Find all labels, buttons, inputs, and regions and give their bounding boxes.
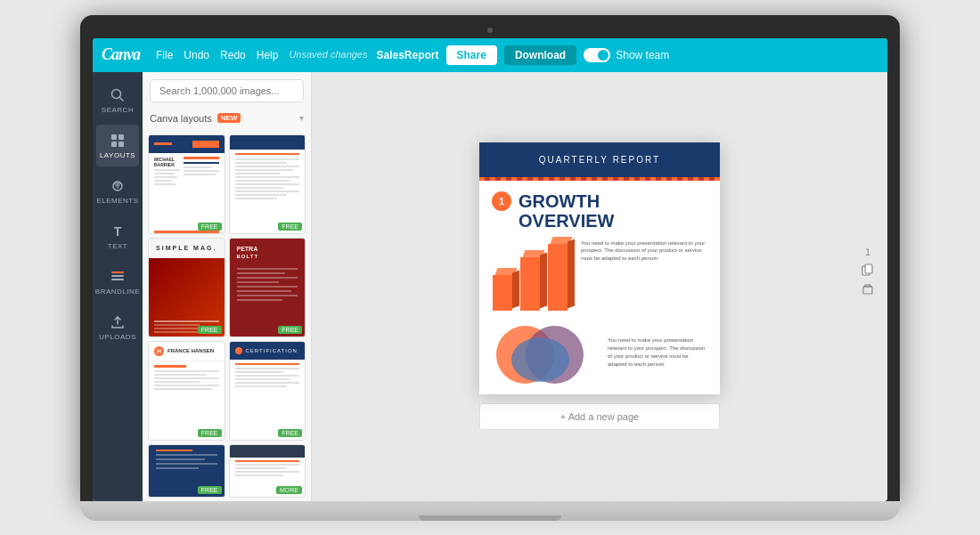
bar-chart (492, 239, 572, 311)
svg-rect-2 (111, 134, 117, 140)
template-white-partial[interactable]: MORE (229, 444, 306, 498)
report-title: QUARTERLY REPORT (494, 155, 706, 165)
svg-rect-12 (863, 287, 872, 294)
brandline-label: BRANDLINE (95, 288, 140, 296)
layouts-label: LAYOUTS (100, 151, 135, 159)
main-layout: SEARCH LAYOUTS (93, 72, 887, 501)
free-badge-t3: FREE (198, 326, 222, 334)
svg-rect-7 (111, 272, 124, 273)
report-content-area: You need to make your presentation relev… (492, 239, 707, 311)
layouts-filter: Canva layouts NEW ▾ (143, 109, 311, 131)
template-simple-mag[interactable]: SIMPLE MAG. FREE (148, 238, 225, 337)
free-badge-t8: MORE (276, 486, 302, 494)
topbar-right: SalesReport Share Download Show team (376, 45, 669, 65)
text-label: TEXT (108, 242, 127, 250)
dropdown-arrow-icon[interactable]: ▾ (299, 113, 304, 123)
canva-logo: Canva (102, 45, 140, 64)
sidebar-item-text[interactable]: T TEXT (96, 215, 139, 257)
body-text-1: You need to make your presentation relev… (581, 239, 707, 311)
doc-name: SalesReport (376, 49, 438, 61)
show-team-label: Show team (616, 49, 669, 61)
section-title: GROWTHOVERVIEW (519, 191, 614, 231)
body-text-2: You need to make your presentation relev… (608, 336, 707, 369)
uploads-icon (109, 313, 127, 331)
search-icon (109, 86, 127, 104)
sidebar-icons: SEARCH LAYOUTS (93, 72, 143, 501)
menu-redo[interactable]: Redo (220, 49, 246, 61)
free-badge-t1: FREE (198, 223, 222, 231)
new-badge: NEW (217, 113, 241, 123)
sidebar-panel: Canva layouts NEW ▾ (143, 72, 312, 501)
topbar-menu: File Undo Redo Help Unsaved changes (156, 49, 367, 61)
svg-rect-5 (118, 142, 124, 147)
template-michael-barrier[interactable]: MICHAEL BARRIER (148, 134, 225, 234)
laptop-screen: Canva File Undo Redo Help Unsaved change… (93, 38, 887, 501)
laptop-base (80, 501, 900, 521)
sidebar-item-layouts[interactable]: LAYOUTS (96, 125, 139, 166)
elements-label: ELEMENTS (96, 197, 138, 205)
search-box (143, 72, 311, 109)
svg-rect-3 (118, 134, 124, 140)
unsaved-changes: Unsaved changes (289, 49, 367, 61)
screen-bezel: Canva File Undo Redo Help Unsaved change… (80, 15, 900, 501)
sidebar-item-uploads[interactable]: UPLOADS (96, 306, 139, 348)
template-blank[interactable]: FREE (229, 134, 306, 234)
show-team-toggle[interactable] (584, 48, 610, 62)
svg-rect-9 (111, 279, 124, 280)
text-icon: T (109, 223, 127, 240)
delete-page-icon[interactable] (861, 282, 875, 296)
svg-rect-8 (111, 275, 124, 277)
app-container: Canva File Undo Redo Help Unsaved change… (93, 38, 887, 501)
add-page-button[interactable]: + Add a new page (479, 403, 720, 430)
design-canvas: QUARTERLY REPORT 1 GROWTHOVERVIEW (479, 142, 720, 394)
team-toggle: Show team (584, 48, 669, 62)
search-label: SEARCH (102, 106, 134, 114)
section-header: 1 GROWTHOVERVIEW (492, 191, 707, 231)
template-france-hansen[interactable]: H FRANCE HANSEN (148, 341, 225, 441)
canvas-area: 1 (312, 72, 887, 501)
sidebar-item-search[interactable]: SEARCH (96, 79, 139, 121)
topbar: Canva File Undo Redo Help Unsaved change… (93, 38, 887, 72)
page-number-sidebar: 1 (861, 247, 875, 296)
svg-line-1 (119, 97, 123, 101)
template-report-style[interactable]: CERTIFICATION (229, 341, 306, 441)
free-badge-t2: FREE (278, 223, 302, 231)
svg-rect-4 (111, 142, 117, 147)
laptop-container: Canva File Undo Redo Help Unsaved change… (80, 15, 900, 521)
report-body: 1 GROWTHOVERVIEW (479, 181, 720, 394)
free-badge-t6: FREE (278, 429, 302, 437)
free-badge-t5: FREE (198, 429, 222, 437)
page-number: 1 (865, 247, 870, 257)
layouts-filter-label: Canva layouts (150, 113, 212, 124)
template-petra[interactable]: PETRA BOLTT (229, 238, 306, 337)
templates-grid: MICHAEL BARRIER (143, 131, 311, 501)
camera (487, 28, 493, 33)
download-button[interactable]: Download (504, 45, 576, 65)
search-input[interactable] (150, 79, 304, 102)
sidebar-item-brand[interactable]: BRANDLINE (96, 261, 139, 303)
share-button[interactable]: Share (446, 45, 497, 65)
template-dark-partial[interactable]: FREE (148, 444, 225, 498)
menu-undo[interactable]: Undo (184, 49, 209, 61)
free-badge-t7: FREE (198, 486, 222, 494)
free-badge-t4: FREE (278, 326, 302, 334)
report-header: QUARTERLY REPORT (479, 142, 720, 177)
uploads-label: UPLOADS (99, 333, 136, 341)
elements-icon (109, 177, 127, 195)
brand-icon (109, 268, 127, 286)
svg-rect-11 (865, 264, 872, 273)
menu-help[interactable]: Help (257, 49, 279, 61)
layouts-icon (109, 132, 127, 150)
venn-diagram-area: You need to make your presentation relev… (492, 321, 707, 384)
copy-page-icon[interactable] (861, 263, 875, 277)
sidebar-item-elements[interactable]: ELEMENTS (96, 170, 139, 212)
section-number: 1 (492, 191, 511, 211)
menu-file[interactable]: File (156, 49, 173, 61)
